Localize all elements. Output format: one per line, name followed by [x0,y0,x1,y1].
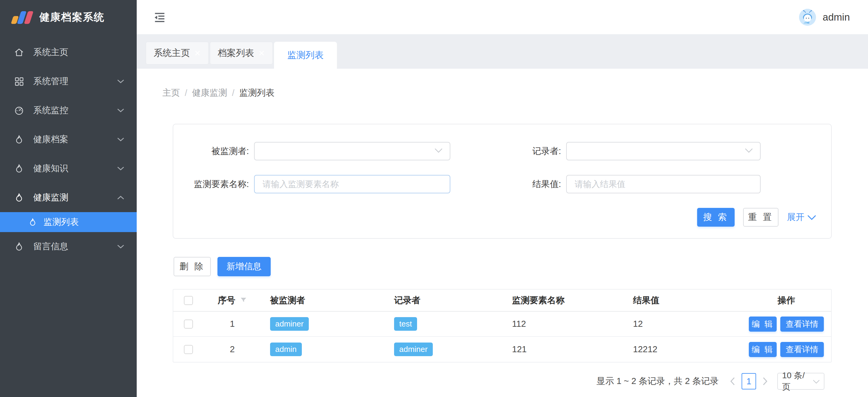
chevron-down-icon [745,148,753,154]
breadcrumb-current: 监测列表 [239,87,274,99]
sidebar-item-label: 健康档案 [33,133,68,146]
row-checkbox[interactable] [184,319,193,329]
header-seq: 序号 [218,295,235,307]
element-name-input[interactable] [262,179,442,189]
header-monitored: 被监测者 [261,295,385,307]
fire-icon [13,192,25,203]
close-icon[interactable]: ✕ [194,49,201,57]
view-detail-button[interactable]: 查看详情 [780,342,824,357]
filter-icon[interactable] [240,297,247,304]
sidebar-item-label: 系统监控 [33,104,68,117]
chevron-down-icon [117,138,124,142]
expand-toggle[interactable]: 展开 [787,211,816,223]
page-content: 主页 / 健康监测 / 监测列表 被监测者: 记录者: [137,69,868,397]
chevron-down-icon [807,212,816,222]
header-element: 监测要素名称 [503,295,624,307]
dashboard-icon [13,105,25,116]
avatar [799,9,816,26]
close-icon[interactable]: ✕ [258,49,265,57]
monitored-tag: admin [270,342,302,356]
pagination-summary: 显示 1 ~ 2 条记录，共 2 条记录 [596,375,719,387]
sidebar-item-label: 健康监测 [33,191,68,204]
sidebar-item-message-info[interactable]: 留言信息 [0,232,137,261]
sidebar-subitem-monitor-list[interactable]: 监测列表 [0,212,137,232]
sidebar-item-label: 系统管理 [33,75,68,87]
row-checkbox[interactable] [184,345,193,354]
user-menu[interactable]: admin [799,9,850,26]
recorder-label: 记录者: [450,145,561,157]
chevron-down-icon [813,376,819,386]
monitored-tag: adminer [270,317,309,331]
pagination: 显示 1 ~ 2 条记录，共 2 条记录 1 10 条/页 [173,373,832,390]
add-info-button[interactable]: 新增信息 [217,257,271,276]
sidebar-item-system-manage[interactable]: 系统管理 [0,67,137,96]
tabbar: 系统主页 ✕ 档案列表 ✕ 监测列表 [137,34,868,69]
recorder-tag: adminer [394,342,433,356]
tab-archive-list[interactable]: 档案列表 ✕ [210,42,273,64]
page-number[interactable]: 1 [742,373,756,390]
cell-seq: 2 [204,344,261,354]
edit-button[interactable]: 编 辑 [749,342,777,357]
sidebar-item-health-knowledge[interactable]: 健康知识 [0,154,137,183]
fire-icon [13,163,25,174]
result-value-input[interactable] [574,179,753,189]
table-row: 2 admin adminer 121 12212 编 辑 查看详情 [173,337,831,362]
sidebar-item-label: 留言信息 [33,241,68,253]
recorder-select[interactable] [566,142,761,160]
delete-button[interactable]: 删 除 [174,257,211,276]
data-table: 序号 被监测者 记录者 监测要素名称 结果值 操作 1 adminer test… [173,289,832,363]
cell-seq: 1 [204,319,261,329]
result-value-field [566,175,761,193]
fire-icon [13,134,25,145]
header-result: 结果值 [624,295,742,307]
prev-page-icon[interactable] [729,377,736,385]
app-title: 健康档案系统 [39,10,105,24]
table-toolbar: 删 除 新增信息 [174,257,868,276]
breadcrumb: 主页 / 健康监测 / 监测列表 [162,87,868,99]
cell-result: 12 [624,319,742,329]
cell-element: 121 [503,344,624,354]
sidebar-item-system-monitor[interactable]: 系统监控 [0,96,137,125]
breadcrumb-home[interactable]: 主页 [162,87,180,99]
topbar: admin [137,0,868,34]
appstore-icon [13,75,25,87]
tab-system-home[interactable]: 系统主页 ✕ [146,42,209,64]
header-recorder: 记录者 [385,295,503,307]
fire-icon [13,241,25,252]
element-name-label: 监测要素名称: [173,178,249,190]
page-size-select[interactable]: 10 条/页 [777,373,825,390]
search-panel: 被监测者: 记录者: 监测要素名称: [173,124,832,239]
monitored-person-label: 被监测者: [173,145,249,157]
sidebar-item-health-archive[interactable]: 健康档案 [0,125,137,154]
fire-icon [28,217,37,227]
next-page-icon[interactable] [762,377,769,385]
app-logo-icon [12,10,31,24]
monitored-person-select[interactable] [254,142,450,160]
home-icon [13,47,25,58]
tab-monitor-list[interactable]: 监测列表 [274,42,337,69]
chevron-down-icon [117,79,124,84]
table-row: 1 adminer test 112 12 编 辑 查看详情 [173,312,831,337]
menu-fold-icon[interactable] [153,10,166,24]
username: admin [823,11,850,23]
cell-element: 112 [503,319,624,329]
element-name-field [254,175,450,193]
header-actions: 操作 [742,295,831,307]
sidebar-item-health-monitor[interactable]: 健康监测 [0,183,137,212]
chevron-down-icon [117,244,124,249]
sidebar-item-label: 系统主页 [33,46,68,58]
sidebar-item-label: 健康知识 [33,162,68,175]
app-logo-row: 健康档案系统 [0,0,137,34]
main-area: admin 系统主页 ✕ 档案列表 ✕ 监测列表 主页 / 健康监测 / 监测列… [137,0,868,397]
search-button[interactable]: 搜 索 [697,208,735,227]
recorder-tag: test [394,317,417,331]
sidebar: 健康档案系统 系统主页 系统管理 系统监控 健康档案 [0,0,137,397]
cell-result: 12212 [624,344,742,354]
edit-button[interactable]: 编 辑 [749,316,777,332]
select-all-checkbox[interactable] [184,296,193,305]
chevron-down-icon [117,166,124,171]
reset-button[interactable]: 重 置 [743,208,778,227]
breadcrumb-health-monitor[interactable]: 健康监测 [192,87,227,99]
sidebar-item-system-home[interactable]: 系统主页 [0,38,137,67]
view-detail-button[interactable]: 查看详情 [780,316,824,332]
